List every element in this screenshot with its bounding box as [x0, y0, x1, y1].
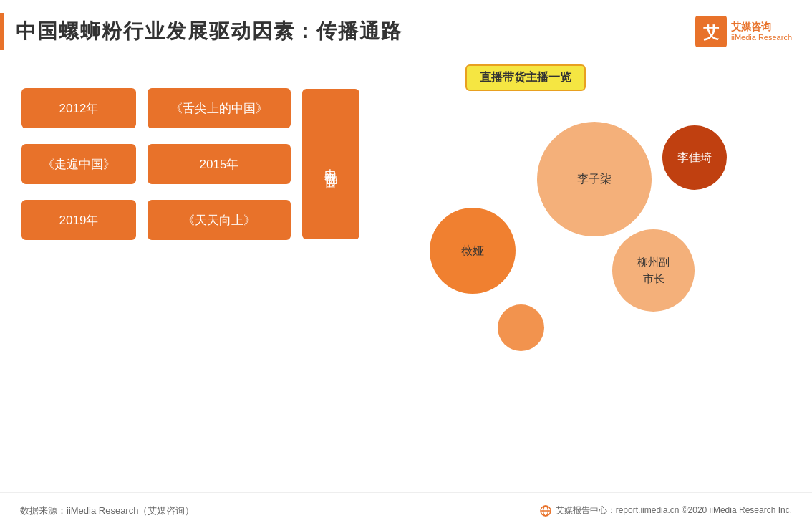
- globe-icon: [540, 505, 551, 517]
- show-tiantian: 《天天向上》: [148, 200, 291, 240]
- bubble-lizise: 李子柒: [537, 122, 652, 236]
- footer-copyright: 艾媒报告中心：report.iimedia.cn ©2020 iiMedia R…: [556, 504, 792, 517]
- bubble-container: 李子柒 薇娅 李佳琦 柳州副 市长: [408, 86, 791, 492]
- page-title: 中国螺蛳粉行业发展驱动因素：传播通路: [16, 18, 402, 45]
- right-section: 直播带货主播一览 李子柒 薇娅 李佳琦 柳州副 市长: [408, 72, 791, 478]
- footer-source: 数据来源：iiMedia Research（艾媒咨询）: [20, 504, 194, 517]
- year-2012: 2012年: [21, 88, 136, 128]
- logo-area: 艾 艾媒咨询 iiMedia Research: [695, 16, 792, 47]
- left-section: 2012年 《舌尖上的中国》 《走遍中国》 2015年 2019年 《天天向上》…: [21, 72, 394, 478]
- logo-cn: 艾媒咨询: [731, 21, 792, 33]
- title-accent-bar: [0, 13, 4, 50]
- title-bar: 中国螺蛳粉行业发展驱动因素：传播通路: [0, 13, 695, 50]
- logo-text: 艾媒咨询 iiMedia Research: [731, 21, 792, 42]
- bubble-weiya: 薇娅: [430, 208, 516, 294]
- year-2019: 2019年: [21, 200, 136, 240]
- tv-programs-label: 电视节目: [302, 89, 359, 239]
- bubble-lizise-label: 李子柒: [577, 171, 612, 187]
- year-2015: 2015年: [148, 144, 291, 184]
- logo-icon: 艾: [695, 16, 727, 47]
- bubble-lijiaqi: 李佳琦: [662, 125, 727, 190]
- tv-grid: 2012年 《舌尖上的中国》 《走遍中国》 2015年 2019年 《天天向上》…: [21, 86, 394, 242]
- footer-right: 艾媒报告中心：report.iimedia.cn ©2020 iiMedia R…: [540, 504, 792, 517]
- bubble-liuzhou-label: 柳州副 市长: [637, 254, 670, 287]
- bubble-liuzhou: 柳州副 市长: [612, 229, 695, 312]
- logo-en: iiMedia Research: [731, 33, 792, 42]
- show-shejian: 《舌尖上的中国》: [148, 88, 291, 128]
- bubble-small: [498, 304, 544, 351]
- footer: 数据来源：iiMedia Research（艾媒咨询） 艾媒报告中心：repor…: [0, 492, 812, 528]
- bubble-weiya-label: 薇娅: [461, 243, 484, 259]
- main-content: 2012年 《舌尖上的中国》 《走遍中国》 2015年 2019年 《天天向上》…: [0, 57, 812, 485]
- header: 中国螺蛳粉行业发展驱动因素：传播通路 艾 艾媒咨询 iiMedia Resear…: [0, 0, 812, 57]
- svg-text:艾: 艾: [703, 24, 720, 42]
- bubble-lijiaqi-label: 李佳琦: [677, 150, 712, 165]
- show-zoubian: 《走遍中国》: [21, 144, 136, 184]
